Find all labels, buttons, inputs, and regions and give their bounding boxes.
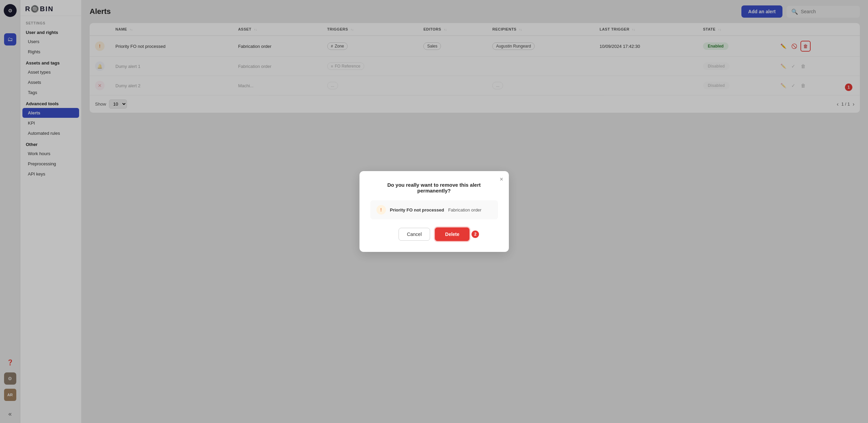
modal-overlay[interactable]: × Do you really want to remove this aler…: [0, 0, 868, 423]
delete-confirmation-modal: × Do you really want to remove this aler…: [359, 171, 509, 252]
step2-badge: 2: [472, 231, 479, 238]
cancel-button[interactable]: Cancel: [399, 228, 430, 241]
modal-close-button[interactable]: ×: [500, 176, 503, 183]
modal-alert-name: Priority FO not processed: [390, 207, 444, 213]
modal-title: Do you really want to remove this alert …: [370, 182, 498, 194]
modal-actions: Cancel Delete 2: [370, 227, 498, 241]
delete-button[interactable]: Delete: [435, 227, 469, 241]
modal-alert-icon: !: [376, 205, 386, 215]
modal-alert-info-row: ! Priority FO not processed Fabrication …: [370, 200, 498, 219]
modal-alert-asset: Fabrication order: [448, 207, 481, 213]
